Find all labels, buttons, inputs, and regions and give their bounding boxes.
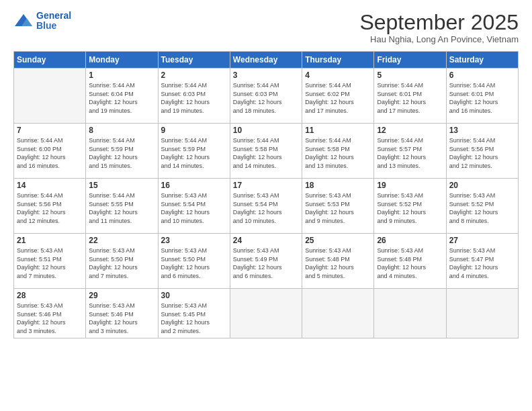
day-number: 3 <box>233 71 299 80</box>
day-number: 13 <box>449 126 515 135</box>
logo-icon <box>13 13 34 29</box>
day-info: Sunrise: 5:44 AM Sunset: 5:55 PM Dayligh… <box>89 191 154 225</box>
table-row: 6Sunrise: 5:44 AM Sunset: 6:01 PM Daylig… <box>446 68 518 124</box>
day-number: 1 <box>89 71 154 80</box>
logo: General Blue <box>13 11 71 32</box>
day-number: 20 <box>449 181 515 190</box>
day-info: Sunrise: 5:43 AM Sunset: 5:52 PM Dayligh… <box>449 191 515 225</box>
col-thursday: Thursday <box>302 52 374 68</box>
table-row: 14Sunrise: 5:44 AM Sunset: 5:56 PM Dayli… <box>14 179 86 234</box>
day-number: 25 <box>305 236 371 245</box>
day-info: Sunrise: 5:43 AM Sunset: 5:48 PM Dayligh… <box>377 246 443 280</box>
day-number: 22 <box>89 236 154 245</box>
table-row: 27Sunrise: 5:43 AM Sunset: 5:47 PM Dayli… <box>446 234 518 289</box>
table-row <box>14 68 86 124</box>
day-info: Sunrise: 5:44 AM Sunset: 6:04 PM Dayligh… <box>89 81 154 115</box>
page: General Blue September 2025 Hau Nghia, L… <box>0 0 532 411</box>
table-row: 7Sunrise: 5:44 AM Sunset: 6:00 PM Daylig… <box>14 124 86 179</box>
day-info: Sunrise: 5:44 AM Sunset: 6:03 PM Dayligh… <box>161 81 227 115</box>
day-info: Sunrise: 5:43 AM Sunset: 5:49 PM Dayligh… <box>233 246 299 280</box>
day-info: Sunrise: 5:43 AM Sunset: 5:46 PM Dayligh… <box>17 302 83 335</box>
day-number: 28 <box>17 291 83 300</box>
day-info: Sunrise: 5:44 AM Sunset: 5:59 PM Dayligh… <box>161 136 227 170</box>
day-number: 29 <box>89 291 154 300</box>
table-row: 30Sunrise: 5:43 AM Sunset: 5:45 PM Dayli… <box>158 289 230 338</box>
day-number: 16 <box>161 181 227 190</box>
day-number: 26 <box>377 236 443 245</box>
table-row: 9Sunrise: 5:44 AM Sunset: 5:59 PM Daylig… <box>158 124 230 179</box>
col-saturday: Saturday <box>446 52 518 68</box>
day-info: Sunrise: 5:43 AM Sunset: 5:46 PM Dayligh… <box>89 302 154 335</box>
table-row <box>374 289 446 338</box>
day-number: 21 <box>17 236 83 245</box>
day-number: 7 <box>17 126 83 135</box>
calendar-table: Sunday Monday Tuesday Wednesday Thursday… <box>13 51 519 338</box>
day-info: Sunrise: 5:43 AM Sunset: 5:47 PM Dayligh… <box>449 246 515 280</box>
day-number: 14 <box>17 181 83 190</box>
table-row: 18Sunrise: 5:43 AM Sunset: 5:53 PM Dayli… <box>302 179 374 234</box>
day-info: Sunrise: 5:44 AM Sunset: 6:03 PM Dayligh… <box>233 81 299 115</box>
table-row: 2Sunrise: 5:44 AM Sunset: 6:03 PM Daylig… <box>158 68 230 124</box>
day-info: Sunrise: 5:44 AM Sunset: 6:00 PM Dayligh… <box>17 136 83 170</box>
day-info: Sunrise: 5:44 AM Sunset: 5:56 PM Dayligh… <box>449 136 515 170</box>
month-title: September 2025 <box>359 11 519 34</box>
table-row: 3Sunrise: 5:44 AM Sunset: 6:03 PM Daylig… <box>230 68 302 124</box>
day-info: Sunrise: 5:43 AM Sunset: 5:54 PM Dayligh… <box>233 191 299 225</box>
day-info: Sunrise: 5:44 AM Sunset: 6:02 PM Dayligh… <box>305 81 371 115</box>
day-number: 4 <box>305 71 371 80</box>
day-number: 15 <box>89 181 154 190</box>
calendar-header-row: Sunday Monday Tuesday Wednesday Thursday… <box>14 52 519 68</box>
day-number: 18 <box>305 181 371 190</box>
table-row: 28Sunrise: 5:43 AM Sunset: 5:46 PM Dayli… <box>14 289 86 338</box>
day-number: 24 <box>233 236 299 245</box>
day-number: 11 <box>305 126 371 135</box>
table-row: 29Sunrise: 5:43 AM Sunset: 5:46 PM Dayli… <box>86 289 158 338</box>
table-row: 10Sunrise: 5:44 AM Sunset: 5:58 PM Dayli… <box>230 124 302 179</box>
col-sunday: Sunday <box>14 52 86 68</box>
location: Hau Nghia, Long An Povince, Vietnam <box>359 34 519 44</box>
day-info: Sunrise: 5:43 AM Sunset: 5:45 PM Dayligh… <box>161 302 227 335</box>
table-row: 17Sunrise: 5:43 AM Sunset: 5:54 PM Dayli… <box>230 179 302 234</box>
table-row: 1Sunrise: 5:44 AM Sunset: 6:04 PM Daylig… <box>86 68 158 124</box>
day-number: 19 <box>377 181 443 190</box>
day-number: 17 <box>233 181 299 190</box>
day-info: Sunrise: 5:43 AM Sunset: 5:50 PM Dayligh… <box>89 246 154 280</box>
day-number: 12 <box>377 126 443 135</box>
day-info: Sunrise: 5:43 AM Sunset: 5:52 PM Dayligh… <box>377 191 443 225</box>
day-number: 8 <box>89 126 154 135</box>
table-row: 22Sunrise: 5:43 AM Sunset: 5:50 PM Dayli… <box>86 234 158 289</box>
day-info: Sunrise: 5:44 AM Sunset: 6:01 PM Dayligh… <box>449 81 515 115</box>
table-row: 8Sunrise: 5:44 AM Sunset: 5:59 PM Daylig… <box>86 124 158 179</box>
table-row: 15Sunrise: 5:44 AM Sunset: 5:55 PM Dayli… <box>86 179 158 234</box>
day-info: Sunrise: 5:43 AM Sunset: 5:53 PM Dayligh… <box>305 191 371 225</box>
day-number: 23 <box>161 236 227 245</box>
day-info: Sunrise: 5:44 AM Sunset: 5:57 PM Dayligh… <box>377 136 443 170</box>
table-row <box>446 289 518 338</box>
day-number: 2 <box>161 71 227 80</box>
logo-line1: General <box>36 10 71 21</box>
day-info: Sunrise: 5:43 AM Sunset: 5:48 PM Dayligh… <box>305 246 371 280</box>
col-tuesday: Tuesday <box>158 52 230 68</box>
day-info: Sunrise: 5:44 AM Sunset: 5:59 PM Dayligh… <box>89 136 154 170</box>
day-number: 9 <box>161 126 227 135</box>
day-info: Sunrise: 5:44 AM Sunset: 5:58 PM Dayligh… <box>305 136 371 170</box>
table-row: 21Sunrise: 5:43 AM Sunset: 5:51 PM Dayli… <box>14 234 86 289</box>
col-wednesday: Wednesday <box>230 52 302 68</box>
table-row: 23Sunrise: 5:43 AM Sunset: 5:50 PM Dayli… <box>158 234 230 289</box>
header: General Blue September 2025 Hau Nghia, L… <box>13 11 519 44</box>
day-info: Sunrise: 5:44 AM Sunset: 5:56 PM Dayligh… <box>17 191 83 225</box>
day-info: Sunrise: 5:44 AM Sunset: 5:58 PM Dayligh… <box>233 136 299 170</box>
table-row: 25Sunrise: 5:43 AM Sunset: 5:48 PM Dayli… <box>302 234 374 289</box>
table-row: 24Sunrise: 5:43 AM Sunset: 5:49 PM Dayli… <box>230 234 302 289</box>
col-friday: Friday <box>374 52 446 68</box>
logo-text: General Blue <box>36 11 71 32</box>
table-row: 5Sunrise: 5:44 AM Sunset: 6:01 PM Daylig… <box>374 68 446 124</box>
table-row: 13Sunrise: 5:44 AM Sunset: 5:56 PM Dayli… <box>446 124 518 179</box>
table-row: 19Sunrise: 5:43 AM Sunset: 5:52 PM Dayli… <box>374 179 446 234</box>
day-number: 30 <box>161 291 227 300</box>
day-number: 5 <box>377 71 443 80</box>
table-row: 16Sunrise: 5:43 AM Sunset: 5:54 PM Dayli… <box>158 179 230 234</box>
col-monday: Monday <box>86 52 158 68</box>
table-row <box>230 289 302 338</box>
table-row: 4Sunrise: 5:44 AM Sunset: 6:02 PM Daylig… <box>302 68 374 124</box>
